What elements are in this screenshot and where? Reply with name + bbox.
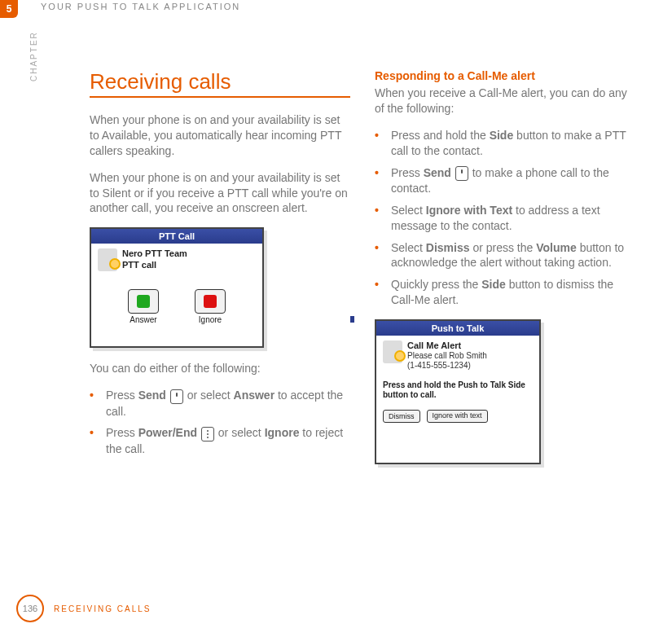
call-me-alert-number: (1-415-555-1234): [407, 361, 487, 371]
push-hint: Press and hold the Push to Talk Side but…: [383, 380, 533, 400]
ignore-call-icon: [204, 295, 217, 308]
ptt-call-titlebar: PTT Call: [91, 229, 262, 244]
page-footer: 136 RECEIVING CALLS: [16, 595, 151, 622]
list-item: Select Ignore with Text to address a tex…: [375, 203, 635, 234]
left-column: Receiving calls When your phone is on an…: [90, 69, 350, 477]
phone-status-icon: [98, 248, 117, 271]
ignore-label: Ignore: [199, 315, 222, 324]
intro-paragraph-1: When your phone is on and your availabil…: [90, 112, 350, 159]
footer-section-title: RECEIVING CALLS: [54, 604, 151, 613]
right-column: Responding to a Call-Me alert When you r…: [375, 69, 635, 477]
ptt-call-text: Nero PTT Team PTT call: [122, 248, 187, 270]
responding-subhead: Responding to a Call-Me alert: [375, 69, 635, 82]
push-to-talk-screenshot: Push to Talk Call Me Alert Please call R…: [375, 319, 541, 464]
right-options-list: Press and hold the Side button to make a…: [375, 128, 635, 308]
page-number: 136: [16, 595, 44, 622]
left-options-list: Press Send or select Answer to accept th…: [90, 388, 350, 456]
ignore-with-text-button: Ignore with text: [427, 410, 488, 423]
list-item: Press Power/End or select Ignore to reje…: [90, 425, 350, 456]
chapter-label-vertical: CHAPTER: [29, 31, 38, 81]
page-heading: Receiving calls: [90, 69, 350, 94]
list-item: Press Send to make a phone call to the c…: [375, 165, 635, 196]
heading-rule: [90, 96, 350, 98]
call-me-alert-title: Call Me Alert: [407, 340, 461, 350]
running-header: YOUR PUSH TO TALK APPLICATION: [41, 2, 240, 11]
power-end-key-icon: [201, 427, 214, 442]
call-me-alert-sub: Please call Rob Smith: [407, 351, 487, 361]
alert-icon: [383, 340, 402, 363]
content-area: Receiving calls When your phone is on an…: [90, 69, 643, 477]
p2t-titlebar: Push to Talk: [376, 321, 539, 336]
dismiss-button: Dismiss: [383, 410, 420, 423]
list-item: Select Dismiss or press the Volume butto…: [375, 240, 635, 271]
answer-call-icon: [137, 295, 150, 308]
list-item: Press Send or select Answer to accept th…: [90, 388, 350, 419]
ptt-team-name: Nero PTT Team: [122, 248, 187, 258]
ptt-call-screenshot: PTT Call Nero PTT Team PTT call Answer: [90, 227, 264, 348]
answer-button: Answer: [122, 289, 165, 324]
intro-paragraph-2: When your phone is on and your availabil…: [90, 170, 350, 217]
ignore-button: Ignore: [189, 289, 231, 324]
either-following: You can do either of the following:: [90, 361, 350, 376]
list-item: Quickly press the Side button to dismiss…: [375, 277, 635, 308]
send-key-icon: [170, 389, 183, 404]
answer-label: Answer: [130, 315, 156, 324]
chapter-number-tab: 5: [0, 0, 18, 18]
list-item: Press and hold the Side button to make a…: [375, 128, 635, 159]
call-me-alert-text: Call Me Alert Please call Rob Smith (1-4…: [407, 340, 487, 371]
responding-intro: When you receive a Call-Me alert, you ca…: [375, 86, 635, 116]
send-key-icon: [455, 166, 468, 181]
ptt-call-label: PTT call: [122, 260, 156, 270]
